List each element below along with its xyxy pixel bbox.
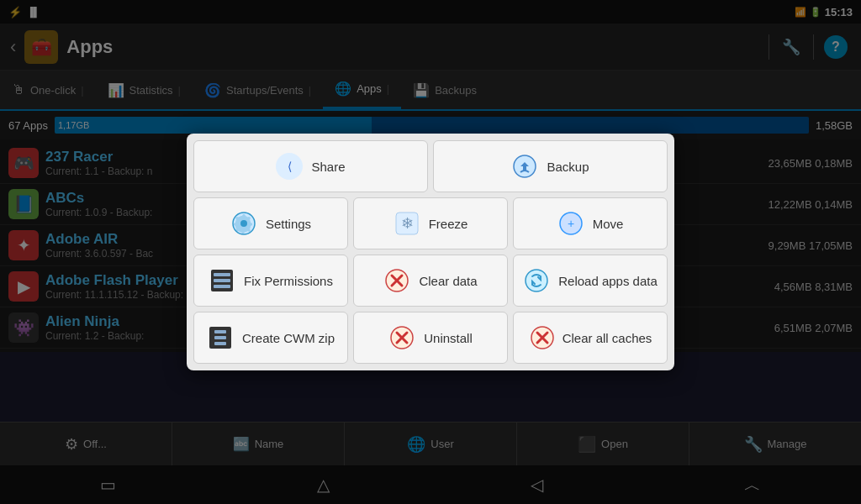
svg-text:+: + — [568, 217, 574, 230]
uninstall-label: Uninstall — [424, 331, 473, 345]
svg-rect-18 — [214, 330, 226, 333]
share-label: Share — [311, 160, 345, 174]
share-button[interactable]: ⟨ Share — [193, 140, 428, 192]
svg-point-4 — [240, 220, 247, 227]
create-cwm-zip-button[interactable]: Create CWM zip — [193, 312, 348, 364]
uninstall-button[interactable]: Uninstall — [353, 312, 508, 364]
svg-text:⟨: ⟨ — [288, 160, 292, 173]
clear-data-button[interactable]: Clear data — [353, 255, 508, 307]
move-label: Move — [593, 217, 624, 231]
clear-all-caches-button[interactable]: Clear all caches — [513, 312, 668, 364]
fix-permissions-icon — [209, 267, 235, 294]
fix-permissions-button[interactable]: Fix Permissions — [193, 255, 348, 307]
freeze-button[interactable]: ❄ Freeze — [353, 197, 508, 249]
share-icon: ⟨ — [276, 153, 303, 180]
settings-icon — [230, 210, 257, 237]
modal-overlay: ⟨ Share Backup — [0, 0, 861, 504]
uninstall-icon — [388, 324, 415, 351]
backup-icon — [511, 153, 538, 180]
modal-row-1: ⟨ Share Backup — [193, 140, 668, 192]
fix-permissions-label: Fix Permissions — [244, 274, 333, 288]
svg-text:❄: ❄ — [400, 215, 413, 232]
backup-button[interactable]: Backup — [433, 140, 668, 192]
settings-label: Settings — [266, 217, 311, 231]
clear-all-caches-icon — [529, 324, 556, 351]
backup-label: Backup — [547, 160, 589, 174]
svg-point-16 — [526, 270, 547, 291]
svg-rect-20 — [214, 342, 226, 345]
clear-data-icon — [383, 267, 410, 294]
svg-rect-19 — [214, 336, 226, 339]
create-cwm-zip-icon — [207, 324, 234, 351]
context-menu-modal: ⟨ Share Backup — [187, 134, 674, 370]
modal-row-4: Create CWM zip Uninstall — [193, 312, 668, 364]
clear-all-caches-label: Clear all caches — [563, 331, 652, 345]
clear-data-label: Clear data — [419, 274, 477, 288]
svg-rect-11 — [214, 279, 230, 282]
modal-row-2: Settings ❄ Freeze + Move — [193, 197, 668, 249]
svg-rect-10 — [214, 273, 230, 276]
svg-rect-12 — [214, 285, 230, 288]
modal-row-3: Fix Permissions Clear data — [193, 255, 668, 307]
reload-icon — [523, 267, 550, 294]
move-icon: + — [557, 210, 584, 237]
settings-button[interactable]: Settings — [193, 197, 348, 249]
reload-apps-data-button[interactable]: Reload apps data — [513, 255, 668, 307]
move-button[interactable]: + Move — [513, 197, 668, 249]
create-cwm-zip-label: Create CWM zip — [242, 331, 335, 345]
freeze-label: Freeze — [429, 217, 468, 231]
freeze-icon: ❄ — [394, 210, 420, 237]
reload-apps-data-label: Reload apps data — [558, 274, 658, 288]
